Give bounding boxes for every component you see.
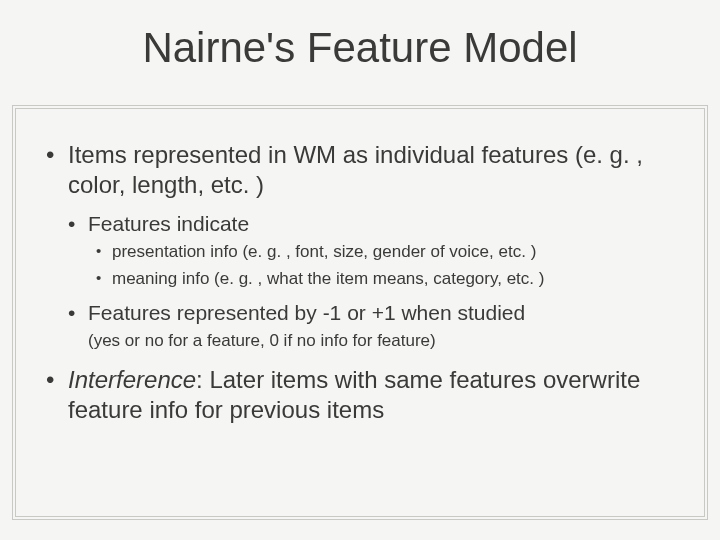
bullet-level3: meaning info (e. g. , what the item mean…: [40, 268, 680, 291]
bullet-level1: Interference: Later items with same feat…: [40, 365, 680, 425]
spacer: [40, 353, 680, 365]
slide-content: Items represented in WM as individual fe…: [40, 140, 680, 435]
slide-title: Nairne's Feature Model: [0, 24, 720, 72]
bullet-level3: presentation info (e. g. , font, size, g…: [40, 241, 680, 264]
bullet-level2: Features indicate: [40, 210, 680, 237]
bullet-level2: Features represented by -1 or +1 when st…: [40, 299, 680, 326]
bullet-note: (yes or no for a feature, 0 if no info f…: [40, 330, 680, 353]
emphasis-text: Interference: [68, 366, 196, 393]
slide: Nairne's Feature Model Items represented…: [0, 0, 720, 540]
bullet-level1: Items represented in WM as individual fe…: [40, 140, 680, 200]
